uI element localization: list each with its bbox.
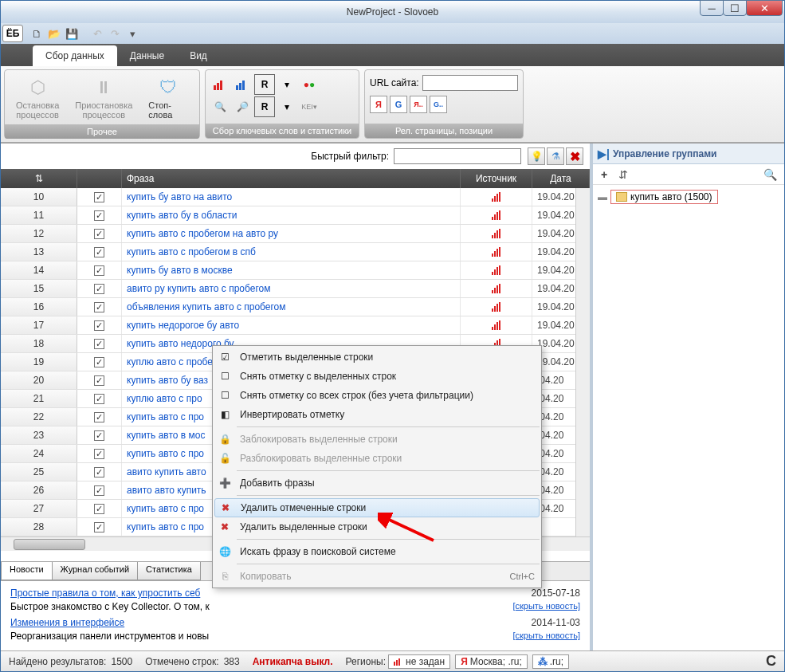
kei-icon[interactable]: KEI▾: [299, 96, 320, 117]
table-row[interactable]: 11✓купить авто бу в области19.04.20: [1, 206, 590, 225]
table-row[interactable]: 13✓купить авто с пробегом в спб19.04.20: [1, 243, 590, 261]
col-phrase[interactable]: Фраза: [122, 169, 461, 188]
ctx-globe[interactable]: 🌐Искать фразу в поисковой системе: [213, 542, 541, 561]
row-checkbox[interactable]: ✓: [77, 426, 122, 444]
dropdown-icon[interactable]: ▾: [125, 26, 139, 41]
quick-filter-input[interactable]: [394, 148, 521, 164]
redo-icon[interactable]: ↷: [108, 26, 122, 41]
dots-icon[interactable]: ●●: [299, 74, 320, 95]
clear-filter-icon[interactable]: ✖: [566, 147, 583, 165]
yandex2-icon[interactable]: Я..: [410, 96, 427, 113]
stop-processes-button[interactable]: ⬡ Остановка процессов: [8, 73, 67, 121]
row-checkbox[interactable]: ✓: [77, 316, 122, 334]
tab-news[interactable]: Новости: [1, 562, 53, 580]
table-row[interactable]: 15✓авито ру купить авто с пробегом19.04.…: [1, 280, 590, 298]
tab-log[interactable]: Журнал событий: [52, 562, 138, 580]
open-folder-icon[interactable]: 📂: [47, 26, 61, 41]
row-phrase[interactable]: купить бу авто в москве: [122, 261, 461, 279]
region-box[interactable]: не задан: [388, 654, 450, 669]
undo-icon[interactable]: ↶: [90, 26, 104, 41]
row-checkbox[interactable]: ✓: [77, 261, 122, 279]
col-date[interactable]: Дата: [532, 169, 590, 188]
col-check[interactable]: [77, 169, 122, 188]
row-checkbox[interactable]: ✓: [77, 481, 122, 499]
stopwords-button[interactable]: 🛡 Стоп-слова: [140, 73, 196, 121]
ctx-delx[interactable]: ✖Удалить выделенные строки: [213, 517, 541, 536]
row-checkbox[interactable]: ✓: [77, 243, 122, 261]
row-phrase[interactable]: авито ру купить авто с пробегом: [122, 280, 461, 297]
tab-collect[interactable]: Сбор данных: [33, 45, 117, 66]
bulb-icon[interactable]: 💡: [528, 147, 545, 165]
dropdown-icon[interactable]: ▾: [277, 74, 297, 95]
ctx-delx[interactable]: ✖Удалить отмеченные строки: [214, 498, 540, 517]
group-item[interactable]: купить авто (1500): [610, 190, 718, 204]
table-row[interactable]: 12✓купить авто с пробегом на авто ру19.0…: [1, 225, 590, 243]
region-box[interactable]: ⁂.ru;: [532, 654, 569, 669]
url-input[interactable]: [422, 75, 518, 91]
ctx-chk[interactable]: ☑Отметить выделенные строки: [213, 348, 541, 367]
bars-red-icon[interactable]: [210, 74, 230, 95]
news-link[interactable]: Изменения в интерфейсе: [10, 617, 124, 628]
add-group-icon[interactable]: +: [596, 167, 612, 183]
hide-news-link[interactable]: [скрыть новость]: [512, 601, 580, 612]
row-phrase[interactable]: купить авто с пробегом в спб: [122, 243, 461, 261]
row-phrase[interactable]: купить недорогое бу авто: [122, 316, 461, 334]
bars-blue-icon[interactable]: [232, 74, 253, 95]
table-row[interactable]: 16✓объявления купить авто с пробегом19.0…: [1, 298, 590, 316]
google-icon[interactable]: G: [390, 96, 407, 113]
table-row[interactable]: 17✓купить недорогое бу авто19.04.20: [1, 316, 590, 335]
row-checkbox[interactable]: ✓: [77, 225, 122, 242]
row-checkbox[interactable]: ✓: [77, 353, 122, 371]
tab-data[interactable]: Данные: [117, 45, 177, 66]
close-button[interactable]: ✕: [746, 0, 783, 16]
row-phrase[interactable]: купить авто бу в области: [122, 206, 461, 224]
row-checkbox[interactable]: ✓: [77, 463, 122, 481]
row-checkbox[interactable]: ✓: [77, 408, 122, 426]
row-phrase[interactable]: купить бу авто на авито: [122, 188, 461, 206]
pause-processes-button[interactable]: ⏸ Приостановка процессов: [67, 73, 140, 121]
minimize-button[interactable]: ─: [700, 0, 724, 16]
row-checkbox[interactable]: ✓: [77, 206, 122, 224]
r2-icon[interactable]: R: [254, 96, 275, 117]
row-checkbox[interactable]: ✓: [77, 445, 122, 462]
tab-view[interactable]: Вид: [177, 45, 220, 66]
google2-icon[interactable]: G..: [430, 96, 447, 113]
yandex-icon[interactable]: Я: [370, 96, 387, 113]
row-phrase[interactable]: купить авто с пробегом на авто ру: [122, 225, 461, 242]
row-checkbox[interactable]: ✓: [77, 298, 122, 316]
news-link[interactable]: Простые правила о том, как упростить себ: [10, 588, 200, 599]
row-checkbox[interactable]: ✓: [77, 371, 122, 389]
row-checkbox[interactable]: ✓: [77, 500, 122, 517]
refresh-icon[interactable]: C: [766, 653, 776, 670]
search-blue-icon[interactable]: 🔎: [232, 96, 253, 117]
search-icon[interactable]: 🔍: [762, 167, 778, 183]
save-icon[interactable]: 💾: [65, 26, 79, 41]
row-checkbox[interactable]: ✓: [77, 335, 122, 352]
ctx-unchk[interactable]: ☐Снять отметку с выделенных строк: [213, 367, 541, 386]
maximize-button[interactable]: ☐: [723, 0, 747, 16]
row-checkbox[interactable]: ✓: [77, 188, 122, 206]
app-logo[interactable]: ЁБ: [2, 25, 23, 42]
col-rownum[interactable]: ⇅: [1, 169, 77, 188]
sort-icon[interactable]: ⇵: [615, 167, 631, 183]
ctx-plus[interactable]: ➕Добавить фразы: [213, 474, 541, 493]
ctx-inv[interactable]: ◧Инвертировать отметку: [213, 405, 541, 424]
collapse-icon[interactable]: ▶|: [598, 147, 610, 160]
tree-toggle-icon[interactable]: ▬: [598, 191, 607, 202]
table-row[interactable]: 10✓купить бу авто на авито19.04.20: [1, 188, 590, 206]
dropdown2-icon[interactable]: ▾: [277, 96, 297, 117]
col-source[interactable]: Источник: [461, 169, 532, 188]
ctx-unchk[interactable]: ☐Снять отметку со всех строк (без учета …: [213, 386, 541, 405]
tab-stats[interactable]: Статистика: [137, 562, 201, 580]
new-file-icon[interactable]: 🗋: [29, 26, 44, 41]
row-checkbox[interactable]: ✓: [77, 518, 122, 536]
funnel-icon[interactable]: ⚗: [547, 147, 564, 165]
table-row[interactable]: 14✓купить бу авто в москве19.04.20: [1, 261, 590, 280]
row-checkbox[interactable]: ✓: [77, 280, 122, 297]
search-red-icon[interactable]: 🔍: [210, 96, 230, 117]
region-box[interactable]: ЯМосква; .ru;: [455, 654, 528, 669]
row-phrase[interactable]: объявления купить авто с пробегом: [122, 298, 461, 316]
row-checkbox[interactable]: ✓: [77, 390, 122, 407]
hide-news-link[interactable]: [скрыть новость]: [512, 631, 580, 642]
r-icon[interactable]: R: [254, 74, 275, 95]
